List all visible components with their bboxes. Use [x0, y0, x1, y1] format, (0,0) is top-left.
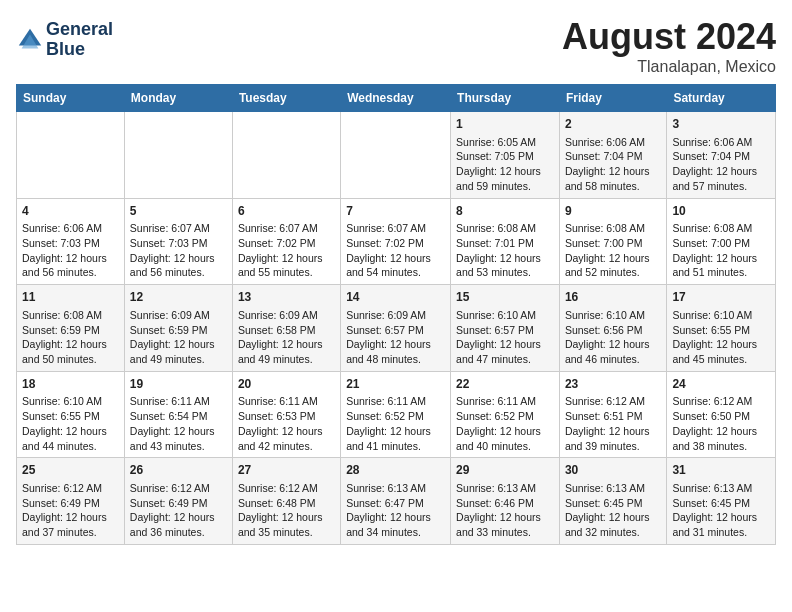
calendar-week-row: 11Sunrise: 6:08 AMSunset: 6:59 PMDayligh… — [17, 285, 776, 372]
header-tuesday: Tuesday — [232, 85, 340, 112]
day-number: 28 — [346, 462, 445, 479]
sunrise-text: Sunrise: 6:05 AM — [456, 136, 536, 148]
day-number: 7 — [346, 203, 445, 220]
sunset-text: Sunset: 7:04 PM — [672, 150, 750, 162]
table-row: 31Sunrise: 6:13 AMSunset: 6:45 PMDayligh… — [667, 458, 776, 545]
sunset-text: Sunset: 6:58 PM — [238, 324, 316, 336]
sunset-text: Sunset: 6:52 PM — [346, 410, 424, 422]
table-row: 6Sunrise: 6:07 AMSunset: 7:02 PMDaylight… — [232, 198, 340, 285]
table-row: 10Sunrise: 6:08 AMSunset: 7:00 PMDayligh… — [667, 198, 776, 285]
table-row: 27Sunrise: 6:12 AMSunset: 6:48 PMDayligh… — [232, 458, 340, 545]
sunrise-text: Sunrise: 6:13 AM — [672, 482, 752, 494]
page-header: General Blue August 2024 Tlanalapan, Mex… — [16, 16, 776, 76]
day-number: 9 — [565, 203, 661, 220]
sunset-text: Sunset: 6:59 PM — [130, 324, 208, 336]
table-row: 9Sunrise: 6:08 AMSunset: 7:00 PMDaylight… — [559, 198, 666, 285]
sunset-text: Sunset: 6:57 PM — [346, 324, 424, 336]
sunset-text: Sunset: 7:05 PM — [456, 150, 534, 162]
sunrise-text: Sunrise: 6:07 AM — [238, 222, 318, 234]
daylight-text: Daylight: 12 hours and 41 minutes. — [346, 425, 431, 452]
header-friday: Friday — [559, 85, 666, 112]
sunset-text: Sunset: 6:45 PM — [672, 497, 750, 509]
table-row: 23Sunrise: 6:12 AMSunset: 6:51 PMDayligh… — [559, 371, 666, 458]
calendar-table: Sunday Monday Tuesday Wednesday Thursday… — [16, 84, 776, 545]
calendar-week-row: 18Sunrise: 6:10 AMSunset: 6:55 PMDayligh… — [17, 371, 776, 458]
header-monday: Monday — [124, 85, 232, 112]
calendar-subtitle: Tlanalapan, Mexico — [562, 58, 776, 76]
table-row: 24Sunrise: 6:12 AMSunset: 6:50 PMDayligh… — [667, 371, 776, 458]
header-saturday: Saturday — [667, 85, 776, 112]
sunrise-text: Sunrise: 6:12 AM — [672, 395, 752, 407]
sunset-text: Sunset: 6:55 PM — [672, 324, 750, 336]
day-number: 1 — [456, 116, 554, 133]
daylight-text: Daylight: 12 hours and 57 minutes. — [672, 165, 757, 192]
day-number: 15 — [456, 289, 554, 306]
day-number: 5 — [130, 203, 227, 220]
day-number: 13 — [238, 289, 335, 306]
daylight-text: Daylight: 12 hours and 43 minutes. — [130, 425, 215, 452]
day-number: 16 — [565, 289, 661, 306]
day-number: 6 — [238, 203, 335, 220]
daylight-text: Daylight: 12 hours and 56 minutes. — [22, 252, 107, 279]
calendar-week-row: 25Sunrise: 6:12 AMSunset: 6:49 PMDayligh… — [17, 458, 776, 545]
sunrise-text: Sunrise: 6:10 AM — [672, 309, 752, 321]
logo-text: General Blue — [46, 20, 113, 60]
daylight-text: Daylight: 12 hours and 33 minutes. — [456, 511, 541, 538]
logo: General Blue — [16, 20, 113, 60]
calendar-week-row: 1Sunrise: 6:05 AMSunset: 7:05 PMDaylight… — [17, 112, 776, 199]
daylight-text: Daylight: 12 hours and 51 minutes. — [672, 252, 757, 279]
table-row: 22Sunrise: 6:11 AMSunset: 6:52 PMDayligh… — [451, 371, 560, 458]
header-sunday: Sunday — [17, 85, 125, 112]
day-number: 25 — [22, 462, 119, 479]
table-row: 21Sunrise: 6:11 AMSunset: 6:52 PMDayligh… — [341, 371, 451, 458]
sunrise-text: Sunrise: 6:07 AM — [130, 222, 210, 234]
day-number: 11 — [22, 289, 119, 306]
daylight-text: Daylight: 12 hours and 44 minutes. — [22, 425, 107, 452]
table-row: 13Sunrise: 6:09 AMSunset: 6:58 PMDayligh… — [232, 285, 340, 372]
sunset-text: Sunset: 7:00 PM — [672, 237, 750, 249]
logo-icon — [16, 26, 44, 54]
daylight-text: Daylight: 12 hours and 48 minutes. — [346, 338, 431, 365]
day-number: 18 — [22, 376, 119, 393]
daylight-text: Daylight: 12 hours and 54 minutes. — [346, 252, 431, 279]
table-row: 19Sunrise: 6:11 AMSunset: 6:54 PMDayligh… — [124, 371, 232, 458]
table-row: 1Sunrise: 6:05 AMSunset: 7:05 PMDaylight… — [451, 112, 560, 199]
sunset-text: Sunset: 6:49 PM — [130, 497, 208, 509]
day-number: 29 — [456, 462, 554, 479]
calendar-title: August 2024 — [562, 16, 776, 58]
day-number: 8 — [456, 203, 554, 220]
table-row: 20Sunrise: 6:11 AMSunset: 6:53 PMDayligh… — [232, 371, 340, 458]
day-number: 30 — [565, 462, 661, 479]
sunset-text: Sunset: 7:02 PM — [238, 237, 316, 249]
sunrise-text: Sunrise: 6:12 AM — [22, 482, 102, 494]
table-row: 7Sunrise: 6:07 AMSunset: 7:02 PMDaylight… — [341, 198, 451, 285]
sunrise-text: Sunrise: 6:08 AM — [456, 222, 536, 234]
sunrise-text: Sunrise: 6:08 AM — [565, 222, 645, 234]
table-row: 15Sunrise: 6:10 AMSunset: 6:57 PMDayligh… — [451, 285, 560, 372]
day-number: 2 — [565, 116, 661, 133]
daylight-text: Daylight: 12 hours and 38 minutes. — [672, 425, 757, 452]
table-row: 3Sunrise: 6:06 AMSunset: 7:04 PMDaylight… — [667, 112, 776, 199]
daylight-text: Daylight: 12 hours and 49 minutes. — [238, 338, 323, 365]
sunrise-text: Sunrise: 6:13 AM — [565, 482, 645, 494]
title-block: August 2024 Tlanalapan, Mexico — [562, 16, 776, 76]
daylight-text: Daylight: 12 hours and 49 minutes. — [130, 338, 215, 365]
sunset-text: Sunset: 6:48 PM — [238, 497, 316, 509]
day-number: 22 — [456, 376, 554, 393]
sunrise-text: Sunrise: 6:09 AM — [238, 309, 318, 321]
table-row — [232, 112, 340, 199]
table-row: 18Sunrise: 6:10 AMSunset: 6:55 PMDayligh… — [17, 371, 125, 458]
sunset-text: Sunset: 6:53 PM — [238, 410, 316, 422]
sunrise-text: Sunrise: 6:11 AM — [130, 395, 210, 407]
day-number: 10 — [672, 203, 770, 220]
daylight-text: Daylight: 12 hours and 46 minutes. — [565, 338, 650, 365]
table-row: 26Sunrise: 6:12 AMSunset: 6:49 PMDayligh… — [124, 458, 232, 545]
day-number: 14 — [346, 289, 445, 306]
day-number: 27 — [238, 462, 335, 479]
sunset-text: Sunset: 6:50 PM — [672, 410, 750, 422]
sunrise-text: Sunrise: 6:09 AM — [130, 309, 210, 321]
daylight-text: Daylight: 12 hours and 32 minutes. — [565, 511, 650, 538]
table-row: 14Sunrise: 6:09 AMSunset: 6:57 PMDayligh… — [341, 285, 451, 372]
table-row — [341, 112, 451, 199]
day-number: 3 — [672, 116, 770, 133]
